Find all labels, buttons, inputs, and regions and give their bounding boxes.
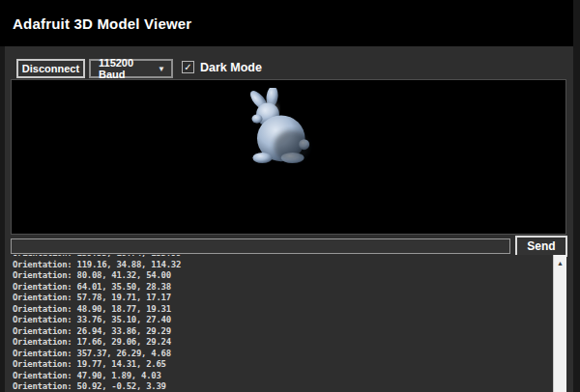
app-window: Adafruit 3D Model Viewer Disconnect 1152…	[0, 0, 580, 392]
disconnect-button[interactable]: Disconnect	[16, 59, 85, 78]
title-bar: Adafruit 3D Model Viewer	[0, 0, 573, 46]
check-icon: ✓	[184, 62, 191, 72]
send-button[interactable]: Send	[515, 236, 567, 257]
serial-input[interactable]	[11, 238, 510, 254]
log-lines: Orientation: 139.53, 18.74, 153.99 Orien…	[13, 255, 181, 392]
dark-mode-checkbox[interactable]: ✓	[182, 61, 194, 73]
chevron-down-icon: ▼	[158, 65, 165, 73]
scroll-up-icon[interactable]: ▲	[554, 255, 566, 266]
serial-log[interactable]: Orientation: 139.53, 18.74, 153.99 Orien…	[5, 255, 566, 392]
page-title: Adafruit 3D Model Viewer	[0, 15, 191, 32]
dark-mode-label: Dark Mode	[200, 61, 262, 74]
baud-rate-value: 115200 Baud	[99, 57, 158, 80]
model-canvas[interactable]	[11, 79, 566, 235]
window-right-edge	[573, 0, 580, 392]
bunny-model	[243, 88, 314, 163]
baud-rate-select[interactable]: 115200 Baud ▼	[89, 59, 173, 78]
log-scrollbar[interactable]: ▲	[553, 255, 566, 392]
